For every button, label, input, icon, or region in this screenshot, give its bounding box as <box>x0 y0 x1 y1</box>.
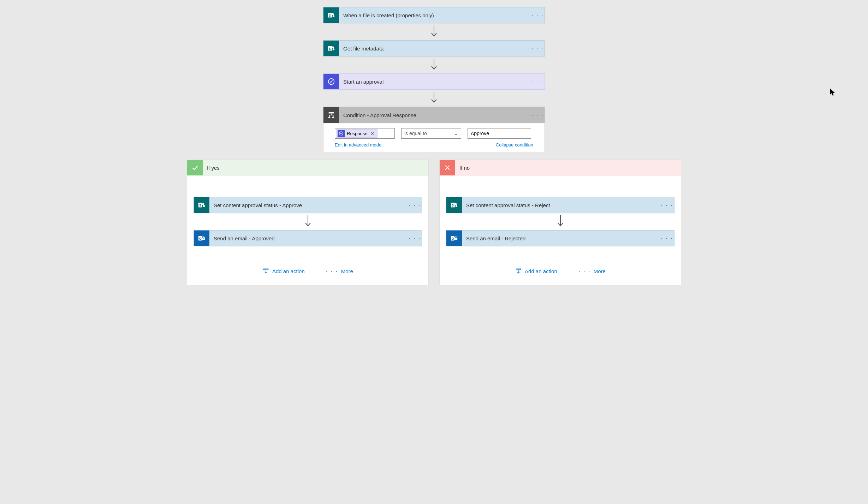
svg-text:S: S <box>452 204 454 207</box>
add-action-button[interactable]: Add an action <box>262 268 305 275</box>
step-menu-icon[interactable]: · · · <box>408 235 422 242</box>
condition-left-operand[interactable]: Response ✕ <box>335 128 395 139</box>
svg-rect-17 <box>328 117 331 118</box>
svg-point-35 <box>456 205 458 207</box>
chevron-down-icon: ⌄ <box>454 131 458 136</box>
condition-operator-value: is equal to <box>404 131 427 136</box>
step-set-reject-title: Set content approval status - Reject <box>462 202 660 208</box>
svg-point-23 <box>203 205 205 207</box>
step-trigger-title: When a file is created (properties only) <box>339 12 530 18</box>
condition-operator-select[interactable]: is equal to ⌄ <box>401 128 461 139</box>
step-menu-icon[interactable]: · · · <box>530 45 545 52</box>
edit-advanced-link[interactable]: Edit in advanced mode <box>335 142 381 148</box>
svg-point-34 <box>455 203 457 205</box>
add-action-label: Add an action <box>525 268 557 274</box>
flow-arrow-icon <box>430 56 438 73</box>
step-get-metadata-title: Get file metadata <box>339 46 530 52</box>
sharepoint-icon: S <box>194 197 209 213</box>
step-start-approval[interactable]: Start an approval · · · <box>323 73 545 90</box>
flow-arrow-icon <box>304 213 312 230</box>
step-menu-icon[interactable]: · · · <box>530 112 545 119</box>
svg-rect-12 <box>329 112 334 114</box>
step-set-reject[interactable]: S Set content approval status - Reject ·… <box>446 197 674 213</box>
branch-yes-header[interactable]: If yes <box>187 160 428 176</box>
x-icon <box>440 160 455 175</box>
svg-marker-42 <box>830 89 835 96</box>
more-button[interactable]: · · · More <box>578 268 606 275</box>
branch-no-title: If no <box>459 165 470 171</box>
condition-value-text: Approve <box>471 131 489 136</box>
svg-text:O: O <box>199 237 202 240</box>
add-action-icon <box>262 268 269 275</box>
step-get-metadata[interactable]: S Get file metadata · · · <box>323 40 545 56</box>
svg-point-22 <box>202 203 204 205</box>
approval-icon <box>323 74 339 89</box>
step-email-approved[interactable]: O Send an email - Approved · · · <box>194 230 422 246</box>
svg-point-3 <box>333 15 335 17</box>
flow-arrow-icon <box>430 90 438 107</box>
step-menu-icon[interactable]: · · · <box>660 202 674 209</box>
step-set-approve[interactable]: S Set content approval status - Approve … <box>194 197 422 213</box>
add-action-button[interactable]: Add an action <box>515 268 557 275</box>
svg-text:S: S <box>199 204 201 207</box>
more-button[interactable]: · · · More <box>326 268 353 275</box>
svg-text:S: S <box>329 47 331 50</box>
step-trigger[interactable]: S When a file is created (properties onl… <box>323 7 545 23</box>
svg-rect-18 <box>332 117 334 118</box>
step-condition[interactable]: Condition - Approval Response · · · <box>323 107 545 123</box>
sharepoint-icon: S <box>323 41 339 56</box>
condition-value-input[interactable]: Approve <box>468 128 531 139</box>
svg-point-2 <box>332 13 334 16</box>
add-action-icon <box>515 268 522 275</box>
step-menu-icon[interactable]: · · · <box>530 12 545 19</box>
remove-token-icon[interactable]: ✕ <box>370 131 374 136</box>
step-email-approved-title: Send an email - Approved <box>209 235 408 241</box>
step-condition-title: Condition - Approval Response <box>339 112 530 118</box>
svg-rect-28 <box>263 269 268 270</box>
flow-arrow-icon <box>557 213 564 230</box>
sharepoint-icon: S <box>446 197 462 213</box>
more-label: More <box>341 268 353 274</box>
branch-if-yes: If yes S Set content approval status - A… <box>187 159 429 285</box>
outlook-icon: O <box>194 230 209 246</box>
svg-point-19 <box>339 132 343 136</box>
svg-point-10 <box>328 79 334 85</box>
approval-icon <box>338 130 345 137</box>
condition-icon <box>323 107 339 123</box>
collapse-condition-link[interactable]: Collapse condition <box>496 142 533 148</box>
svg-rect-40 <box>516 269 521 270</box>
branch-yes-title: If yes <box>207 165 220 171</box>
check-icon <box>187 160 203 175</box>
dynamic-token-response[interactable]: Response ✕ <box>336 129 377 138</box>
step-set-approve-title: Set content approval status - Approve <box>209 202 408 208</box>
step-menu-icon[interactable]: · · · <box>660 235 674 242</box>
step-email-rejected[interactable]: O Send an email - Rejected · · · <box>446 230 674 246</box>
dots-icon: · · · <box>578 268 591 275</box>
step-menu-icon[interactable]: · · · <box>408 202 422 209</box>
step-email-rejected-title: Send an email - Rejected <box>462 235 660 241</box>
mouse-cursor-icon <box>830 88 836 98</box>
branch-if-no: If no S Set content approval status - Re… <box>439 159 681 285</box>
flow-arrow-icon <box>430 23 438 40</box>
svg-point-8 <box>333 48 335 50</box>
svg-point-7 <box>332 47 334 49</box>
sharepoint-icon: S <box>323 7 339 23</box>
dynamic-token-label: Response <box>347 131 368 136</box>
condition-block: Condition - Approval Response · · · Resp… <box>323 107 545 152</box>
branch-no-header[interactable]: If no <box>440 160 681 176</box>
svg-text:O: O <box>452 237 454 240</box>
svg-text:S: S <box>329 14 331 17</box>
step-start-approval-title: Start an approval <box>339 79 530 85</box>
add-action-label: Add an action <box>272 268 305 274</box>
dots-icon: · · · <box>326 268 338 275</box>
more-label: More <box>594 268 606 274</box>
step-menu-icon[interactable]: · · · <box>530 78 545 85</box>
outlook-icon: O <box>446 230 462 246</box>
